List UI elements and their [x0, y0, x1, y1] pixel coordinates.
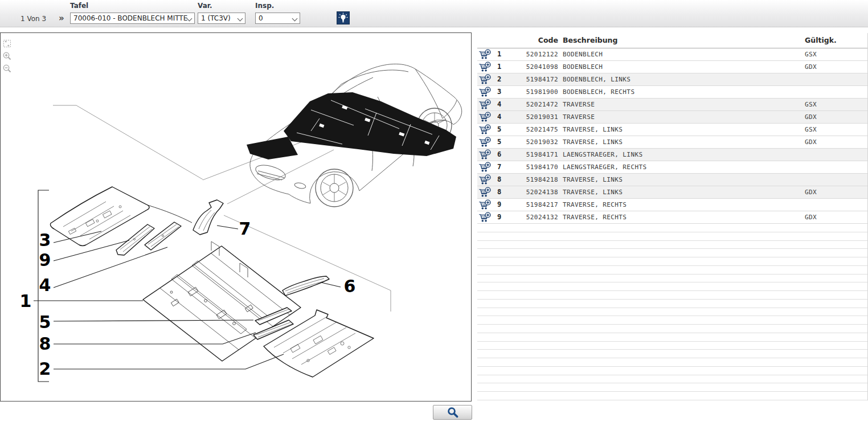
- table-row[interactable]: 3 51981900 BODENBLECH, RECHTS: [477, 86, 867, 99]
- pos-cell: 8: [497, 175, 502, 183]
- pos-cell: 4: [497, 113, 502, 121]
- table-row[interactable]: 5 52021475 TRAVERSE, LINKS GSX: [477, 124, 867, 136]
- zoom-in-tool[interactable]: [2, 51, 12, 61]
- cart-plus-icon: [478, 87, 492, 97]
- callout-7[interactable]: 7: [239, 219, 251, 239]
- search-icon: [446, 405, 460, 419]
- callout-5[interactable]: 5: [39, 312, 51, 332]
- desc-cell: TRAVERSE, LINKS: [563, 176, 623, 183]
- add-to-cart-button[interactable]: [478, 187, 492, 198]
- pos-cell: 5: [497, 138, 502, 146]
- insp-select-value: 0: [259, 14, 263, 22]
- table-row[interactable]: 2 51984172 BODENBLECH, LINKS: [477, 73, 867, 86]
- marquee-zoom-tool[interactable]: [2, 39, 12, 48]
- tafel-select-value: 70006-010 - BODENBLECH MITTE: [73, 14, 187, 22]
- callout-8[interactable]: 8: [39, 334, 51, 354]
- parts-table-rows: 1 52012122 BODENBLECH GSX 1 52041098 BOD…: [477, 48, 867, 400]
- add-to-cart-button[interactable]: [478, 112, 492, 123]
- table-row[interactable]: 5 52019032 TRAVERSE, LINKS GDX: [477, 136, 867, 149]
- part-3-front-floor-panel[interactable]: [50, 187, 192, 246]
- empty-row: [477, 325, 867, 333]
- empty-row: [477, 232, 867, 241]
- callout-3[interactable]: 3: [39, 230, 51, 250]
- header-code: Code: [511, 36, 558, 44]
- code-cell: 51984172: [511, 76, 558, 83]
- add-to-cart-button[interactable]: [478, 149, 492, 161]
- zoom-out-tool[interactable]: [2, 64, 12, 73]
- pos-cell: 8: [497, 188, 502, 196]
- empty-row: [477, 257, 867, 266]
- empty-row: [477, 308, 867, 317]
- callout-1[interactable]: 1: [20, 291, 32, 311]
- table-row[interactable]: 9 52024132 TRAVERSE, RECHTS GDX: [477, 211, 867, 224]
- cart-plus-icon: [478, 187, 492, 198]
- add-to-cart-button[interactable]: [478, 87, 492, 98]
- empty-row: [477, 375, 867, 384]
- empty-row: [477, 350, 867, 358]
- empty-row: [477, 342, 867, 350]
- code-cell: 51984218: [511, 176, 558, 183]
- empty-row: [477, 282, 867, 291]
- code-cell: 52019032: [511, 138, 558, 146]
- add-to-cart-button[interactable]: [478, 124, 492, 136]
- epc-application: 1 Von 3 » Tafel 70006-010 - BODENBLECH M…: [0, 0, 868, 426]
- desc-cell: TRAVERSE: [563, 113, 595, 121]
- part-6-curved-rail[interactable]: [282, 276, 329, 296]
- variant-select[interactable]: 1 (TC3V): [198, 13, 245, 24]
- double-chevron-icon[interactable]: »: [59, 13, 64, 23]
- table-row[interactable]: 4 52019031 TRAVERSE GDX: [477, 111, 867, 124]
- table-row[interactable]: 1 52041098 BODENBLECH GDX: [477, 61, 867, 73]
- parts-table: Code Beschreibung Gültigk. 1 52012122 BO…: [477, 33, 868, 400]
- table-row[interactable]: 9 51984217 TRAVERSE, RECHTS: [477, 199, 867, 211]
- highlighted-floor-pan: [247, 92, 456, 159]
- code-cell: 51984217: [511, 201, 558, 208]
- add-to-cart-button[interactable]: [478, 212, 492, 223]
- search-button[interactable]: [433, 405, 472, 420]
- add-to-cart-button[interactable]: [478, 49, 492, 60]
- desc-cell: TRAVERSE, RECHTS: [563, 201, 627, 208]
- add-to-cart-button[interactable]: [478, 99, 492, 110]
- desc-cell: TRAVERSE, LINKS: [563, 189, 623, 196]
- cart-plus-icon: [478, 74, 492, 85]
- add-to-cart-button[interactable]: [478, 199, 492, 211]
- code-cell: 52024132: [511, 214, 558, 221]
- callout-9[interactable]: 9: [39, 250, 51, 270]
- callout-6[interactable]: 6: [344, 276, 356, 296]
- add-to-cart-button[interactable]: [478, 137, 492, 148]
- cart-plus-icon: [478, 99, 492, 110]
- empty-row: [477, 333, 867, 342]
- table-row[interactable]: 8 51984218 TRAVERSE, LINKS: [477, 174, 867, 186]
- table-row[interactable]: 6 51984171 LAENGSTRAEGER, LINKS: [477, 149, 867, 161]
- chevron-down-icon: [238, 16, 243, 22]
- empty-row: [477, 224, 867, 232]
- desc-cell: BODENBLECH, LINKS: [563, 76, 630, 83]
- pos-cell: 6: [497, 150, 502, 158]
- add-to-cart-button[interactable]: [478, 174, 492, 186]
- callout-4[interactable]: 4: [39, 275, 51, 295]
- part-7-bracket[interactable]: [193, 200, 223, 235]
- desc-cell: TRAVERSE, LINKS: [563, 126, 623, 133]
- empty-row: [477, 275, 867, 283]
- table-row[interactable]: 8 52024138 TRAVERSE, LINKS GDX: [477, 186, 867, 199]
- desc-cell: BODENBLECH: [563, 63, 603, 71]
- add-to-cart-button[interactable]: [478, 62, 492, 73]
- table-row[interactable]: 7 51984170 LAENGSTRAEGER, RECHTS: [477, 161, 867, 174]
- table-row[interactable]: 4 52021472 TRAVERSE GSX: [477, 99, 867, 111]
- tafel-select[interactable]: 70006-010 - BODENBLECH MITTE: [70, 13, 195, 24]
- var-label: Var.: [198, 2, 212, 10]
- add-to-cart-button[interactable]: [478, 74, 492, 85]
- code-cell: 52021475: [511, 126, 558, 133]
- empty-row: [477, 249, 867, 257]
- table-row[interactable]: 1 52012122 BODENBLECH GSX: [477, 48, 867, 61]
- diagram-panel: 3 9 4 1 5 8 2 7 6: [0, 32, 472, 402]
- part-9-rail-left[interactable]: [116, 224, 154, 255]
- insp-select[interactable]: 0: [255, 13, 300, 24]
- callout-2[interactable]: 2: [39, 359, 51, 379]
- valid-cell: GDX: [805, 189, 817, 196]
- valid-cell: GDX: [805, 214, 817, 221]
- add-to-cart-button[interactable]: [478, 162, 492, 173]
- lightbulb-button[interactable]: [337, 11, 350, 24]
- parts-table-header: Code Beschreibung Gültigk.: [477, 33, 867, 48]
- pos-cell: 2: [497, 75, 502, 83]
- pos-cell: 1: [497, 63, 502, 71]
